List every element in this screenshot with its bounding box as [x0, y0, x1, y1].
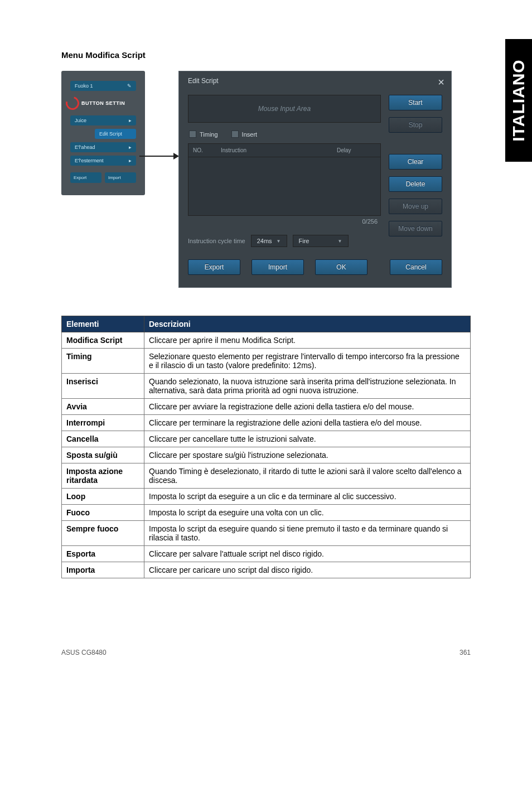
chevron-right-icon: ▸ — [129, 144, 132, 150]
logo-row: BUTTON SETTIN — [66, 96, 145, 110]
chevron-down-icon: ▼ — [338, 239, 342, 244]
arrow-icon — [139, 156, 178, 157]
table-row: Sempre fuocoImposta lo script da eseguir… — [62, 521, 471, 546]
table-row: AvviaCliccare per avviare la registrazio… — [62, 399, 471, 415]
import-button[interactable]: Import — [252, 259, 304, 275]
chevron-right-icon: ▸ — [129, 158, 132, 163]
language-tab: ITALIANO — [505, 39, 532, 162]
move-down-button: Move down — [389, 221, 442, 236]
insert-toggle[interactable]: Insert — [231, 131, 258, 138]
table-header-descrizioni: Descrizioni — [144, 316, 471, 332]
cycle-time-dropdown[interactable]: 24ms▼ — [251, 235, 287, 247]
delete-button[interactable]: Delete — [389, 176, 442, 192]
table-row: InserisciQuando selezionato, la nuova is… — [62, 374, 471, 399]
mouse-input-area[interactable]: Mouse Input Area — [188, 95, 381, 123]
logo-icon — [64, 94, 82, 113]
stop-button: Stop — [389, 117, 442, 133]
chevron-down-icon: ▼ — [277, 239, 281, 244]
table-row: ImportaCliccare per caricare uno script … — [62, 562, 471, 578]
ok-button[interactable]: OK — [315, 259, 367, 275]
footer-page-number: 361 — [460, 649, 471, 656]
checkbox-icon — [231, 131, 239, 138]
table-row: FuocoImposta lo script da eseguire una v… — [62, 505, 471, 521]
instruction-counter: 0/256 — [188, 216, 381, 227]
cycle-label: Instruction cycle time — [188, 238, 245, 244]
instruction-table[interactable]: NO. Instruction Delay — [188, 143, 381, 216]
left-item-0[interactable]: Juice▸ — [70, 115, 136, 125]
footer-model: ASUS CG8480 — [61, 649, 107, 656]
col-instruction: Instruction — [221, 147, 337, 153]
left-export-button[interactable]: Export — [70, 172, 101, 183]
clear-button[interactable]: Clear — [389, 154, 442, 170]
left-import-button[interactable]: Import — [105, 172, 136, 183]
table-row: EsportaCliccare per salvare l'attuale sc… — [62, 546, 471, 562]
language-label: ITALIANO — [509, 59, 528, 141]
profile-label: Fuoko 1 — [75, 83, 93, 89]
table-row: TimingSelezionare questo elemento per re… — [62, 349, 471, 374]
table-row: Modifica ScriptCliccare per aprire il me… — [62, 332, 471, 349]
description-table: Elementi Descrizioni Modifica ScriptClic… — [61, 316, 471, 578]
chevron-right-icon: ▸ — [129, 118, 132, 123]
left-item-2[interactable]: E'l'ahead▸ — [70, 142, 136, 152]
table-row: InterrompiCliccare per terminare la regi… — [62, 415, 471, 431]
dialog-title: Edit Script — [179, 71, 451, 95]
left-panel: Fuoko 1 ✎ BUTTON SETTIN Juice▸ Edit Scri… — [61, 71, 145, 195]
col-delay: Delay — [337, 147, 376, 153]
section-title: Menu Modifica Script — [61, 50, 471, 60]
cancel-button[interactable]: Cancel — [390, 259, 442, 275]
start-button[interactable]: Start — [389, 95, 442, 110]
checkbox-icon — [189, 131, 196, 138]
fire-mode-dropdown[interactable]: Fire▼ — [293, 235, 349, 247]
close-icon[interactable]: × — [438, 76, 444, 89]
profile-chip[interactable]: Fuoko 1 ✎ — [70, 81, 136, 91]
table-row: Imposta azione ritardataQuando Timing è … — [62, 463, 471, 489]
table-row: CancellaCliccare per cancellare tutte le… — [62, 431, 471, 447]
timing-toggle[interactable]: Timing — [189, 131, 218, 138]
edit-script-dialog: Edit Script × Mouse Input Area Timing In… — [178, 71, 452, 288]
table-header-elementi: Elementi — [62, 316, 144, 332]
col-no: NO. — [193, 147, 221, 153]
table-row: LoopImposta lo script da eseguire a un c… — [62, 489, 471, 505]
logo-text: BUTTON SETTIN — [81, 100, 125, 106]
pencil-icon: ✎ — [127, 83, 132, 89]
table-row: Sposta su/giùCliccare per spostare su/gi… — [62, 447, 471, 463]
figure: Fuoko 1 ✎ BUTTON SETTIN Juice▸ Edit Scri… — [61, 71, 471, 288]
left-item-3[interactable]: E'l'esterment▸ — [70, 156, 136, 166]
export-button[interactable]: Export — [188, 259, 240, 275]
move-up-button: Move up — [389, 199, 442, 214]
edit-script-chip[interactable]: Edit Script — [95, 129, 136, 139]
